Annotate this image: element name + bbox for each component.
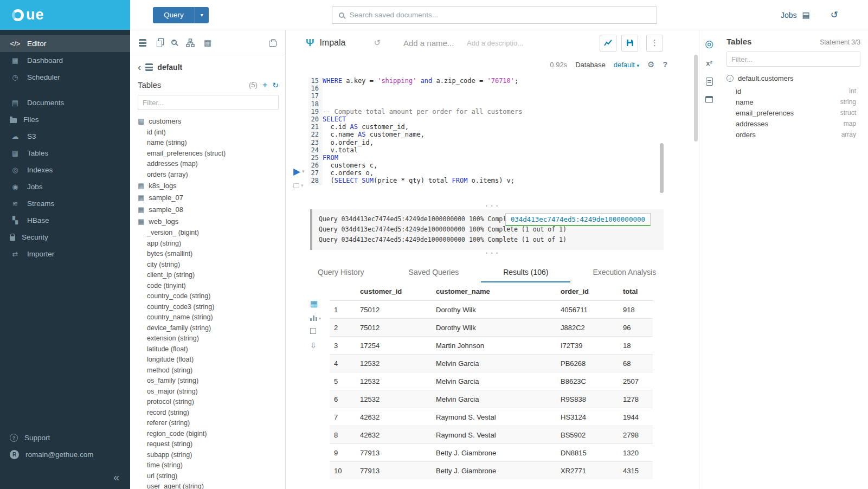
download-icon[interactable]: ⇩ xyxy=(310,341,317,350)
column-item[interactable]: request (string) xyxy=(138,439,279,450)
snippet-type-button[interactable]: ▾ xyxy=(293,183,304,188)
column-item[interactable]: _version_ (bigint) xyxy=(138,228,279,239)
jobs-link[interactable]: Jobs xyxy=(781,11,797,20)
query-name-input[interactable] xyxy=(403,38,460,48)
documents-assist-icon[interactable] xyxy=(157,41,162,47)
table-item[interactable]: ▦web_logs xyxy=(138,216,279,228)
execute-button[interactable]: ▶ ▾ xyxy=(293,167,305,176)
column-item[interactable]: code (tinyint) xyxy=(138,280,279,291)
language-reference-icon[interactable] xyxy=(706,78,713,86)
chart-view-icon[interactable]: ▾ xyxy=(310,316,321,321)
code-line[interactable]: 18 xyxy=(308,100,699,108)
column-item[interactable]: idint xyxy=(726,86,860,96)
code-line[interactable]: 27 c.orders o, xyxy=(308,169,699,177)
page-scrollbar[interactable] xyxy=(694,55,698,141)
column-item[interactable]: time (string) xyxy=(138,460,279,471)
resize-handle-top[interactable]: • • • xyxy=(286,203,699,209)
sidebar-item-streams[interactable]: ≋Streams xyxy=(0,195,130,212)
tab-execution-analysis[interactable]: Execution Analysis xyxy=(570,263,678,282)
refresh-icon[interactable]: ↻ xyxy=(272,81,279,89)
active-table-row[interactable]: i default.customers xyxy=(726,74,860,82)
code-line[interactable]: 22 c.name AS customer_name, xyxy=(308,131,699,138)
column-item[interactable]: email_preferencesstruct xyxy=(726,107,860,118)
column-item[interactable]: device_family (string) xyxy=(138,323,279,333)
zoom-plus-icon[interactable] xyxy=(171,40,177,45)
databases-icon[interactable] xyxy=(139,39,146,47)
new-query-button[interactable]: Query ▾ xyxy=(153,7,209,23)
column-item[interactable]: region_code (bigint) xyxy=(138,428,279,439)
column-item[interactable]: os_family (string) xyxy=(138,376,279,387)
database-name[interactable]: default xyxy=(157,63,182,72)
more-actions-button[interactable]: ⋮ xyxy=(646,35,663,52)
query-dropdown-caret[interactable]: ▾ xyxy=(195,7,209,23)
column-item[interactable]: namestring xyxy=(726,96,860,107)
code-line[interactable]: 20SELECT xyxy=(308,115,699,123)
back-icon[interactable]: ‹ xyxy=(138,62,141,72)
schedule-icon[interactable] xyxy=(705,96,713,103)
jobs-list-icon[interactable]: ▤ xyxy=(802,10,810,20)
table-item[interactable]: ▦sample_07 xyxy=(138,192,279,204)
code-editor[interactable]: 15WHERE a.key = 'shipping' and a.zip_cod… xyxy=(286,77,699,185)
sidebar-item-dashboard[interactable]: ▦Dashboard xyxy=(0,52,130,69)
table-row[interactable]: 742632Raymond S. VestalHS31241944 xyxy=(330,408,653,426)
search-input[interactable] xyxy=(349,11,650,19)
help-icon[interactable]: ? xyxy=(663,60,667,69)
code-line[interactable]: 25FROM xyxy=(308,154,699,162)
column-item[interactable]: protocol (string) xyxy=(138,397,279,408)
code-line[interactable]: 23 o.order_id, xyxy=(308,139,699,146)
column-item[interactable]: addresses (map) xyxy=(138,159,279,170)
sidebar-item-security[interactable]: Security xyxy=(0,229,130,246)
assistant-icon[interactable]: ◎ xyxy=(705,39,713,49)
column-item[interactable]: country_name (string) xyxy=(138,312,279,323)
column-item[interactable]: orders (array) xyxy=(138,169,279,180)
functions-icon[interactable]: x² xyxy=(706,59,712,67)
column-item[interactable]: name (string) xyxy=(138,138,279,149)
tab-query-history[interactable]: Query History xyxy=(295,263,387,282)
column-item[interactable]: id (int) xyxy=(138,127,279,138)
table-row[interactable]: 512532Melvin GarciaB8623C2507 xyxy=(330,372,653,390)
sidebar-item-support[interactable]: ?Support xyxy=(0,429,130,446)
tables-filter-input[interactable] xyxy=(138,95,279,110)
code-line[interactable]: 15WHERE a.key = 'shipping' and a.zip_cod… xyxy=(308,77,699,85)
column-item[interactable]: city (string) xyxy=(138,259,279,270)
column-item[interactable]: url (string) xyxy=(138,471,279,481)
column-item[interactable]: ordersarray xyxy=(726,129,860,140)
sidebar-item-documents[interactable]: ▤Documents xyxy=(0,94,130,111)
code-line[interactable]: 26 customers c, xyxy=(308,162,699,169)
sidebar-item-user[interactable]: Rromain@gethue.com xyxy=(0,446,130,463)
table-row[interactable]: 317254Martin JohnsonI72T3918 xyxy=(330,337,653,355)
table-item[interactable]: ▦customers xyxy=(138,115,279,127)
database-select[interactable]: default ▾ xyxy=(614,61,639,69)
column-item[interactable]: latitude (float) xyxy=(138,344,279,355)
save-button[interactable] xyxy=(621,35,638,52)
apps-grid-icon[interactable]: ▦ xyxy=(204,38,211,48)
code-line[interactable]: 28 (SELECT SUM(price * qty) total FROM o… xyxy=(308,177,699,184)
search-box[interactable] xyxy=(332,7,657,24)
sidebar-item-scheduler[interactable]: ◷Scheduler xyxy=(0,69,130,86)
query-description-input[interactable] xyxy=(467,39,526,47)
column-item[interactable]: user_agent (string) xyxy=(138,481,279,489)
column-item[interactable]: extension (string) xyxy=(138,333,279,344)
code-line[interactable]: 16 xyxy=(308,85,699,92)
code-line[interactable]: 17 xyxy=(308,92,699,100)
column-item[interactable]: bytes (smallint) xyxy=(138,249,279,260)
chart-button[interactable] xyxy=(600,35,616,52)
sidebar-item-importer[interactable]: ⇄Importer xyxy=(0,246,130,262)
sidebar-item-tables[interactable]: ▦Tables xyxy=(0,145,130,162)
code-line[interactable]: 19-- Compute total amount per order for … xyxy=(308,108,699,115)
editor-scrollbar[interactable] xyxy=(660,143,664,193)
query-id-tooltip[interactable]: 034d413ec7474ed5:4249de1000000000 xyxy=(505,213,651,226)
tab-results[interactable]: Results (106) xyxy=(481,263,570,282)
undo-icon[interactable]: ↺ xyxy=(374,38,381,48)
sidebar-collapse-button[interactable]: « xyxy=(0,465,130,489)
column-item[interactable]: country_code (string) xyxy=(138,291,279,302)
sidebar-item-files[interactable]: Files xyxy=(0,111,130,128)
column-item[interactable]: client_ip (string) xyxy=(138,270,279,281)
history-icon[interactable]: ↺ xyxy=(831,9,838,21)
column-item[interactable]: record (string) xyxy=(138,407,279,418)
settings-gear-icon[interactable]: ⚙ xyxy=(647,60,654,69)
table-item[interactable]: ▦k8s_logs xyxy=(138,180,279,192)
expand-results-icon[interactable] xyxy=(310,328,316,334)
table-row[interactable]: 175012Dorothy Wilk4056711918 xyxy=(330,301,653,319)
table-row[interactable]: 275012Dorothy WilkJ882C296 xyxy=(330,319,653,337)
